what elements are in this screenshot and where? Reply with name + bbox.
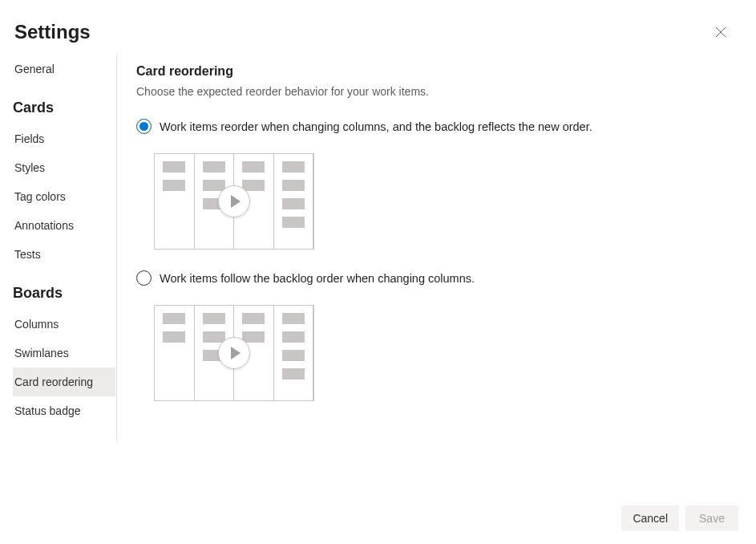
panel-header: Settings [0,0,756,55]
preview-column [274,154,314,249]
main-panel: Card reordering Choose the expected reor… [117,55,756,441]
preview-column [155,306,195,400]
content: GeneralCardsFieldsStylesTag colorsAnnota… [0,55,756,441]
cancel-button[interactable]: Cancel [621,505,679,531]
sidebar-item[interactable]: Status badge [13,396,115,425]
sidebar-item[interactable]: Swimlanes [13,339,115,367]
preview-card [282,180,305,191]
preview-card [242,161,265,173]
preview-card [163,313,185,324]
radio-button[interactable] [136,270,152,286]
preview-card [282,198,305,209]
preview-card [163,331,185,343]
sidebar-section-title: Cards [13,83,116,124]
preview-column [155,154,195,249]
preview-card [282,350,305,361]
sidebar-item[interactable]: Tag colors [13,182,115,211]
reorder-option[interactable]: Work items reorder when changing columns… [136,119,756,134]
settings-sidebar: GeneralCardsFieldsStylesTag colorsAnnota… [13,55,117,441]
reorder-preview [154,305,314,401]
options-container: Work items reorder when changing columns… [136,119,756,401]
option-label: Work items follow the backlog order when… [160,272,475,285]
sidebar-section-title: Boards [13,269,116,310]
sidebar-item[interactable]: Card reordering [13,367,115,396]
preview-card [282,313,305,324]
page-title: Settings [14,21,91,43]
reorder-preview [154,153,314,250]
section-subtitle: Choose the expected reorder behavior for… [136,85,756,98]
preview-card [163,161,185,173]
radio-button[interactable] [136,119,152,134]
preview-card [282,331,305,343]
option-label: Work items reorder when changing columns… [160,120,592,133]
preview-card [282,161,305,173]
sidebar-item[interactable]: Tests [13,240,115,269]
preview-card [203,180,225,191]
sidebar-item[interactable]: Columns [13,310,115,339]
close-button[interactable] [708,19,734,45]
preview-column [274,306,314,400]
play-icon[interactable] [218,337,250,369]
save-button[interactable]: Save [685,505,738,531]
preview-card [163,180,185,191]
preview-card [242,313,265,324]
preview-card [203,331,225,343]
close-icon [715,26,726,38]
preview-card [242,180,265,191]
section-title: Card reordering [136,64,756,79]
sidebar-item[interactable]: General [13,55,115,83]
preview-card [203,161,225,173]
sidebar-item[interactable]: Styles [13,153,115,182]
sidebar-item[interactable]: Fields [13,124,115,153]
sidebar-item[interactable]: Annotations [13,211,115,240]
panel-footer: Cancel Save [621,505,738,531]
play-icon[interactable] [218,185,250,217]
reorder-option[interactable]: Work items follow the backlog order when… [136,270,756,286]
preview-card [282,368,305,380]
preview-card [242,331,265,343]
preview-card [282,217,305,228]
preview-card [203,313,225,324]
